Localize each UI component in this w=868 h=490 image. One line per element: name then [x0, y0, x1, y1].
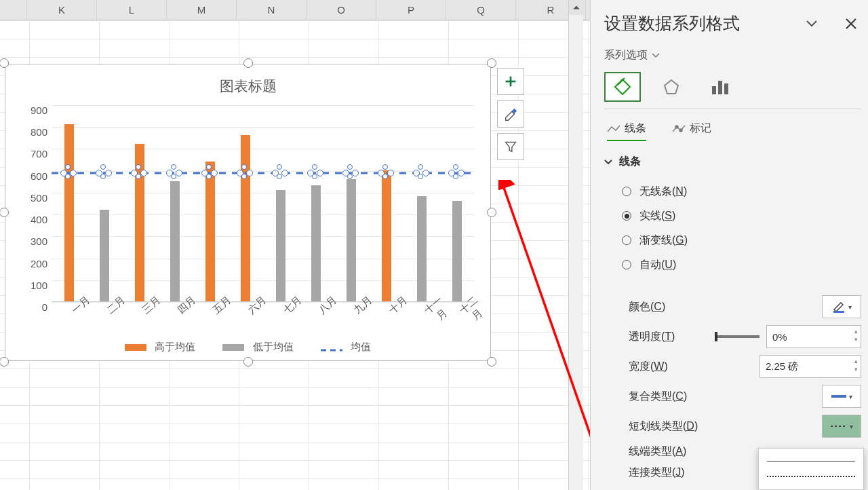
radio-icon [622, 260, 631, 269]
dash-type-menu[interactable] [758, 448, 864, 490]
legend-swatch [125, 344, 146, 351]
resize-handle[interactable] [487, 58, 496, 68]
prop-transparency: 透明度(T) 0% ▴▾ [604, 325, 861, 348]
col-header[interactable]: O [307, 0, 376, 20]
svg-point-10 [675, 126, 678, 128]
prop-color: 颜色(C) ▾ [604, 295, 861, 318]
tab-line[interactable]: 线条 [607, 121, 646, 141]
pen-icon [832, 301, 846, 313]
dash-option-dotted[interactable] [767, 476, 855, 477]
color-picker-button[interactable]: ▾ [822, 295, 861, 318]
col-header[interactable]: L [97, 0, 167, 20]
svg-rect-12 [833, 311, 844, 313]
series-options-dropdown[interactable]: 系列选项 [604, 48, 861, 62]
separator [604, 109, 861, 109]
spinner-arrows[interactable]: ▴▾ [854, 358, 858, 373]
radio-no-line[interactable]: 无线条(N) [622, 181, 861, 202]
chart-title[interactable]: 图表标题 [5, 77, 490, 96]
effects-icon[interactable] [653, 72, 690, 102]
radio-gradient-line[interactable]: 渐变线(G) [622, 230, 861, 250]
line-marker-tabs: 线条 标记 [604, 121, 861, 141]
radio-auto-line[interactable]: 自动(U) [622, 255, 861, 275]
transparency-input[interactable]: 0% ▴▾ [766, 325, 861, 348]
column-headers: K L M N O P Q R [0, 0, 590, 20]
dash-option-solid[interactable] [767, 461, 855, 461]
chevron-down-icon: ▾ [849, 393, 852, 400]
prop-width: 宽度(W) 2.25 磅 ▴▾ [604, 355, 861, 378]
svg-point-11 [679, 129, 682, 132]
svg-rect-8 [718, 81, 722, 94]
resize-handle[interactable] [0, 208, 9, 217]
resize-handle[interactable] [243, 58, 253, 68]
transparency-slider[interactable] [715, 335, 760, 338]
spinner-arrows[interactable]: ▴▾ [854, 328, 858, 343]
radio-icon [622, 187, 631, 196]
resize-handle[interactable] [487, 357, 496, 366]
resize-handle[interactable] [0, 58, 9, 68]
svg-rect-7 [712, 86, 716, 94]
format-category-icons [604, 72, 861, 102]
chart-object[interactable]: 图表标题 0100200300400500600700800900 高于均值 低… [5, 64, 491, 361]
chevron-down-icon [652, 52, 660, 60]
compound-line-icon [831, 392, 846, 400]
chevron-down-icon [805, 17, 818, 31]
format-data-series-pane: 设置数据系列格式 系列选项 线条 标记 [590, 0, 868, 490]
fill-and-line-icon[interactable] [604, 72, 641, 102]
chart-plot-area[interactable]: 0100200300400500600700800900 [52, 105, 475, 302]
tab-marker[interactable]: 标记 [672, 121, 711, 141]
series-options-icon[interactable] [702, 72, 738, 102]
dash-type-button[interactable]: ▾ [822, 415, 861, 438]
resize-handle[interactable] [487, 208, 496, 217]
width-input[interactable]: 2.25 磅 ▴▾ [760, 355, 861, 378]
radio-solid-line[interactable]: 实线(S) [622, 206, 861, 226]
col-header[interactable]: M [167, 0, 237, 20]
pane-title: 设置数据系列格式 [604, 12, 740, 35]
legend-item-low[interactable]: 低于均值 [222, 341, 293, 354]
legend-item-mean[interactable]: 均值 [321, 341, 371, 354]
resize-handle[interactable] [243, 357, 253, 366]
line-section-header[interactable]: 线条 [604, 155, 861, 169]
chart-side-buttons [497, 68, 524, 160]
svg-rect-13 [831, 395, 846, 398]
chevron-down-icon: ▾ [848, 303, 852, 311]
chart-filter-button[interactable] [497, 133, 524, 160]
chevron-down-icon: ▾ [850, 423, 853, 430]
pane-collapse-button[interactable] [803, 15, 821, 33]
col-header[interactable]: N [237, 0, 307, 20]
legend-swatch [321, 344, 342, 351]
col-header[interactable]: K [27, 0, 97, 20]
compound-type-button[interactable]: ▾ [822, 385, 861, 408]
chart-legend[interactable]: 高于均值 低于均值 均值 [5, 341, 490, 354]
radio-icon [622, 211, 631, 221]
chart-elements-button[interactable] [497, 68, 524, 95]
col-header[interactable]: Q [446, 0, 516, 20]
dash-line-icon [831, 423, 847, 429]
line-glyph-icon [607, 124, 620, 134]
prop-dash: 短划线类型(D) ▾ [604, 415, 861, 438]
col-header[interactable]: P [376, 0, 446, 20]
chart-styles-button[interactable] [497, 100, 524, 128]
legend-item-high[interactable]: 高于均值 [125, 341, 195, 354]
svg-rect-9 [724, 83, 728, 94]
vertical-scrollbar[interactable] [568, 0, 583, 490]
col-header-spacer [0, 0, 27, 20]
chevron-down-icon [604, 158, 612, 166]
scroll-up-button[interactable] [569, 0, 584, 15]
radio-icon [622, 235, 631, 245]
prop-compound: 复合类型(C) ▾ [604, 385, 861, 408]
legend-swatch [222, 344, 244, 351]
marker-glyph-icon [672, 124, 686, 134]
close-icon [845, 18, 857, 30]
pane-close-button[interactable] [842, 15, 860, 33]
